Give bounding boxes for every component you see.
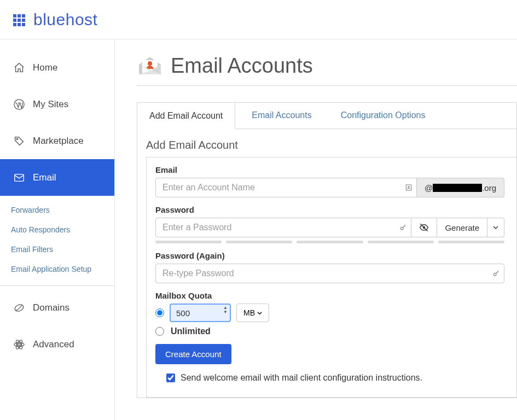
form: Email @ .org <box>146 157 516 398</box>
wordpress-icon <box>13 98 25 110</box>
sidebar-item-marketplace[interactable]: Marketplace <box>0 122 114 159</box>
password-input[interactable] <box>155 218 411 237</box>
field-email: Email @ .org <box>155 165 504 197</box>
sublist-autorespond[interactable]: Auto Responders <box>0 220 114 240</box>
quota-unlimited-radio[interactable] <box>155 327 164 336</box>
key-icon <box>399 218 407 237</box>
sidebar-item-label: My Sites <box>33 99 68 110</box>
sidebar-item-advanced[interactable]: Advanced <box>0 326 114 363</box>
tabs: Add Email Account Email Accounts Configu… <box>137 103 516 129</box>
quota-unit-label: MB <box>243 308 255 317</box>
sidebar-item-label: Home <box>33 62 57 73</box>
sidebar-item-domains[interactable]: Domains <box>0 289 114 326</box>
logo-grid-icon <box>13 14 25 26</box>
svg-point-10 <box>148 61 152 66</box>
sidebar-item-label: Email <box>33 172 56 183</box>
caret-down-icon <box>257 311 262 316</box>
topbar: bluehost <box>0 0 517 39</box>
mail-icon <box>13 172 25 184</box>
svg-point-5 <box>14 342 24 346</box>
tab-email-accts[interactable]: Email Accounts <box>240 103 324 129</box>
domain-tld: .org <box>482 183 496 192</box>
svg-point-18 <box>493 273 496 276</box>
eye-off-icon <box>419 223 429 232</box>
toggle-visibility-button[interactable] <box>411 218 437 237</box>
svg-rect-2 <box>15 174 24 181</box>
svg-point-4 <box>18 343 20 346</box>
quota-value-input[interactable] <box>170 304 231 322</box>
sidebar-item-label: Domains <box>33 302 69 313</box>
tag-icon <box>13 135 25 147</box>
quota-unlimited-label: Unlimited <box>171 326 211 336</box>
svg-point-14 <box>408 186 409 188</box>
sidebar-item-mysites[interactable]: My Sites <box>0 86 114 122</box>
brand-name: bluehost <box>33 10 97 29</box>
nav-list: Home My Sites Marketplace Email <box>0 49 114 196</box>
sublist-filters[interactable]: Email Filters <box>0 240 114 259</box>
field-password-again: Password (Again) <box>155 251 504 283</box>
field-password: Password Generate <box>155 205 504 243</box>
envelope-person-icon <box>137 52 163 79</box>
panel: Add Email Account Email Accounts Configu… <box>137 102 517 398</box>
contact-card-icon <box>405 178 413 197</box>
tab-config-opts[interactable]: Configuration Options <box>329 103 438 129</box>
sublist-appsetup[interactable]: Email Application Setup <box>0 259 114 279</box>
sidebar-item-label: Marketplace <box>33 136 84 147</box>
password-again-label: Password (Again) <box>155 251 504 260</box>
email-input[interactable] <box>155 178 417 197</box>
domain-redacted <box>433 184 482 192</box>
quota-unit-button[interactable]: MB <box>236 304 269 322</box>
leaf-icon <box>13 302 25 314</box>
svg-point-1 <box>16 138 18 139</box>
page-heading: Email Accounts <box>137 52 517 86</box>
home-icon <box>13 62 25 74</box>
atom-icon <box>13 339 25 351</box>
caret-down-icon <box>493 225 498 230</box>
generate-password-button[interactable]: Generate <box>437 218 487 237</box>
quota-limited-radio[interactable] <box>155 308 164 317</box>
key-icon <box>492 264 500 283</box>
email-domain-addon: @ .org <box>417 178 504 197</box>
nav-list-lower: Domains Advanced <box>0 289 114 363</box>
stepper-icon[interactable]: ▲▼ <box>223 306 228 314</box>
svg-point-15 <box>401 227 404 230</box>
generate-options-button[interactable] <box>487 218 504 237</box>
sublist-forwarders[interactable]: Forwarders <box>0 200 114 220</box>
create-account-button[interactable]: Create Account <box>155 344 231 364</box>
section-title: Add Email Account <box>146 139 516 151</box>
tab-add-email[interactable]: Add Email Account <box>137 103 235 129</box>
svg-point-3 <box>14 303 25 312</box>
welcome-email-label: Send welcome email with mail client conf… <box>181 373 422 383</box>
sidebar-item-email[interactable]: Email <box>0 159 114 196</box>
password-again-input[interactable] <box>155 264 504 283</box>
quota-label: Mailbox Quota <box>155 291 504 300</box>
page-title: Email Accounts <box>171 54 313 78</box>
sidebar: Home My Sites Marketplace Email <box>0 39 115 420</box>
domain-at: @ <box>425 183 433 192</box>
email-sublist: Forwarders Auto Responders Email Filters… <box>0 196 114 286</box>
sidebar-item-home[interactable]: Home <box>0 49 114 86</box>
welcome-email-checkbox[interactable] <box>166 374 175 382</box>
email-label: Email <box>155 165 504 174</box>
welcome-row: Send welcome email with mail client conf… <box>155 373 504 383</box>
password-label: Password <box>155 205 504 214</box>
password-strength-meter <box>155 241 504 243</box>
main: Email Accounts Add Email Account Email A… <box>115 39 517 420</box>
field-quota: Mailbox Quota ▲▼ MB <box>155 291 504 336</box>
sidebar-item-label: Advanced <box>33 339 74 350</box>
